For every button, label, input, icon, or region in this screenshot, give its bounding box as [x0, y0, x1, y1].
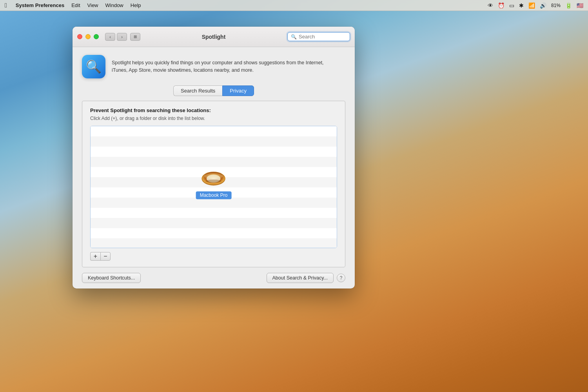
- panel-title: Prevent Spotlight from searching these l…: [90, 107, 337, 113]
- list-row: [91, 126, 337, 136]
- svg-point-2: [204, 174, 223, 179]
- about-search-privacy-button[interactable]: About Search & Privacy...: [267, 273, 334, 283]
- traffic-lights: [77, 34, 99, 39]
- screentime-icon: 👁: [488, 2, 493, 9]
- menubar-left:  System Preferences Edit View Window He…: [5, 2, 141, 9]
- spotlight-header: 🔍 Spotlight helps you quickly find thing…: [82, 55, 345, 78]
- macbook-ring-icon: [200, 169, 228, 188]
- spotlight-description: Spotlight helps you quickly find things …: [112, 59, 331, 74]
- volume-icon: 🔊: [540, 2, 546, 9]
- wifi-icon: 📶: [528, 2, 535, 9]
- tab-search-results[interactable]: Search Results: [173, 85, 222, 96]
- list-row: [91, 218, 337, 228]
- keyboard-shortcuts-button[interactable]: Keyboard Shortcuts...: [82, 273, 141, 283]
- bluetooth-icon: ✱: [519, 2, 524, 9]
- magnifier-icon: 🔍: [86, 59, 102, 74]
- back-button[interactable]: ‹: [105, 33, 115, 41]
- window-content: 🔍 Spotlight helps you quickly find thing…: [73, 47, 355, 267]
- list-row: [91, 147, 337, 157]
- forward-button[interactable]: ›: [117, 33, 127, 41]
- menubar-help[interactable]: Help: [131, 2, 141, 8]
- menubar-view[interactable]: View: [87, 2, 98, 8]
- privacy-panel: Prevent Spotlight from searching these l…: [82, 101, 345, 267]
- minimize-button[interactable]: [85, 34, 91, 39]
- list-item-label: Macbook Pro: [196, 191, 232, 199]
- list-item-macbook[interactable]: Macbook Pro: [196, 169, 232, 199]
- nav-buttons: ‹ ›: [105, 33, 127, 41]
- help-button[interactable]: ?: [337, 274, 345, 282]
- menubar-edit[interactable]: Edit: [71, 2, 80, 8]
- menubar-app-name[interactable]: System Preferences: [16, 2, 64, 8]
- window-footer: Keyboard Shortcuts... About Search & Pri…: [73, 267, 355, 289]
- titlebar-search[interactable]: 🔍: [287, 32, 350, 41]
- list-row: [91, 208, 337, 218]
- grid-button[interactable]: ⊞: [130, 33, 140, 41]
- list-row: [91, 228, 337, 238]
- battery-percentage: 81%: [551, 3, 561, 8]
- airplay-icon: ▭: [509, 2, 514, 9]
- flag-icon: 🇺🇸: [577, 2, 583, 9]
- window-title: Spotlight: [202, 34, 226, 40]
- menubar-right: 👁 ⏰ ▭ ✱ 📶 🔊 81% 🔋 🇺🇸: [488, 2, 583, 9]
- add-button[interactable]: +: [90, 252, 100, 261]
- menubar-window[interactable]: Window: [105, 2, 123, 8]
- close-button[interactable]: [77, 34, 82, 39]
- list-row: [91, 238, 337, 248]
- footer-right: About Search & Privacy... ?: [267, 273, 346, 283]
- list-row: [91, 136, 337, 147]
- battery-icon: 🔋: [565, 2, 572, 9]
- spotlight-window: ‹ › ⊞ Spotlight 🔍 🔍 Spotlight helps you …: [73, 27, 355, 289]
- remove-button[interactable]: −: [100, 252, 111, 261]
- list-controls: + −: [90, 252, 337, 261]
- titlebar: ‹ › ⊞ Spotlight 🔍: [73, 27, 355, 47]
- spotlight-app-icon: 🔍: [82, 55, 105, 78]
- panel-subtitle: Click Add (+), or drag a folder or disk …: [90, 116, 337, 121]
- menubar:  System Preferences Edit View Window He…: [0, 0, 588, 11]
- svg-point-3: [206, 180, 221, 183]
- timemachine-icon: ⏰: [498, 2, 505, 9]
- search-icon: 🔍: [291, 34, 297, 40]
- search-input[interactable]: [299, 34, 347, 40]
- privacy-list[interactable]: Macbook Pro: [90, 126, 337, 248]
- tabs-container: Search Results Privacy: [82, 85, 345, 96]
- tab-privacy[interactable]: Privacy: [222, 85, 254, 96]
- maximize-button[interactable]: [94, 34, 99, 39]
- footer-left: Keyboard Shortcuts...: [82, 273, 141, 283]
- apple-logo-icon[interactable]: : [5, 2, 7, 9]
- list-row: [91, 157, 337, 167]
